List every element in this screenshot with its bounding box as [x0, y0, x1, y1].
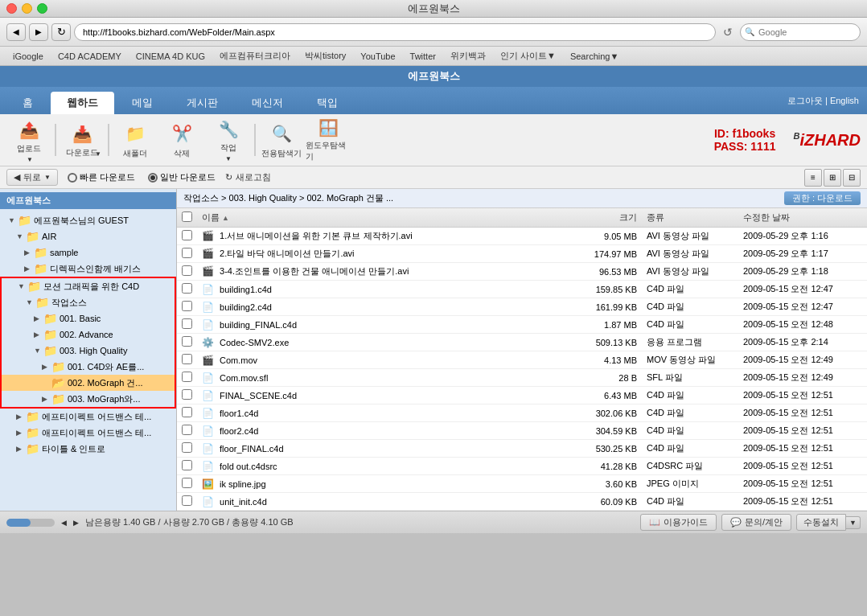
sidebar-item-001-basic[interactable]: ▶ 📁 001. Basic [2, 310, 175, 326]
row-name-cell[interactable]: 📄 unit_init.c4d [197, 493, 545, 511]
manual-install-main[interactable]: 수동설치 [796, 514, 846, 531]
manual-install-button[interactable]: 수동설치 ▼ [796, 514, 861, 531]
quick-download-option[interactable]: 빠른 다운로드 [64, 170, 138, 185]
sidebar-item-titles[interactable]: ▶ 📁 타이틀 & 인트로 [0, 441, 176, 457]
tab-board[interactable]: 게시판 [171, 92, 234, 114]
sidebar-item-motion-graphics[interactable]: ▼ 📁 모션 그래픽을 위한 C4D [2, 278, 175, 294]
bookmark-popular-sites[interactable]: 인기 사이트▼ [494, 48, 562, 64]
bookmark-igoogle[interactable]: iGoogle [6, 50, 50, 63]
sidebar-item-aftereffects-adv2[interactable]: ▶ 📁 애프티이펙트 어드밴스 테... [0, 425, 176, 441]
row-name-cell[interactable]: 📄 floor1.c4d [197, 405, 545, 422]
guide-button[interactable]: 📖 이용가이드 [640, 514, 717, 531]
tab-tab5[interactable]: 택입 [301, 92, 354, 114]
sidebar-item-worksource[interactable]: ▼ 📁 작업소스 [2, 294, 175, 310]
th-date[interactable]: 수정한 날짜 [738, 208, 867, 228]
row-checkbox[interactable] [182, 354, 192, 364]
th-type[interactable]: 종류 [642, 208, 738, 228]
tab-messenger[interactable]: 메신저 [236, 92, 299, 114]
work-dropdown-icon[interactable]: ▼ [225, 155, 232, 162]
url-input[interactable] [74, 23, 716, 41]
download-dropdown-icon[interactable]: ▼ [95, 150, 101, 158]
sidebar-item-001-c4d-ae[interactable]: ▶ 📁 001. C4D와 AE를... [2, 359, 175, 375]
bookmark-c4d-academy[interactable]: C4D ACADEMY [51, 50, 128, 63]
row-checkbox[interactable] [182, 248, 192, 258]
bookmark-wikipedia[interactable]: 위키백과 [444, 48, 492, 64]
bookmark-searching[interactable]: Searching▼ [564, 50, 625, 63]
inquiry-button[interactable]: 💬 문의/계안 [721, 514, 791, 531]
row-name-cell[interactable]: 🎬 Com.mov [197, 351, 545, 369]
row-checkbox[interactable] [182, 230, 192, 240]
row-checkbox[interactable] [182, 478, 192, 488]
sidebar-item-002-advance[interactable]: ▶ 📁 002. Advance [2, 326, 175, 343]
bookmark-tistory[interactable]: 박씨tistory [298, 48, 352, 64]
back-nav-button[interactable]: ◀ [6, 23, 26, 41]
work-button[interactable]: 🔧 작업 ▼ [206, 117, 251, 162]
close-button[interactable] [6, 3, 17, 14]
upload-dropdown-icon[interactable]: ▼ [27, 156, 33, 163]
maximize-button[interactable] [37, 3, 47, 14]
download-button[interactable]: 📥 다운로드 [66, 121, 98, 158]
row-name-cell[interactable]: 📄 building_FINAL.c4d [197, 316, 545, 334]
bookmark-twitter[interactable]: Twitter [404, 50, 442, 63]
tab-webhard[interactable]: 웹하드 [51, 92, 114, 114]
bookmark-youtube[interactable]: YouTube [354, 50, 401, 63]
sidebar-item-dirpix[interactable]: ▶ 📁 디렉픽스인함께 배기스 [0, 261, 176, 277]
row-checkbox[interactable] [182, 372, 192, 382]
row-name-cell[interactable]: 📄 FINAL_SCENE.c4d [197, 387, 545, 405]
row-name-cell[interactable]: 📄 Com.mov.sfl [197, 369, 545, 387]
row-name-cell[interactable]: 📄 building2.c4d [197, 298, 545, 316]
url-refresh-icon[interactable]: ↺ [719, 23, 737, 41]
row-name-cell[interactable]: 📄 floor2.c4d [197, 422, 545, 440]
row-checkbox[interactable] [182, 425, 192, 435]
row-checkbox[interactable] [182, 265, 192, 276]
forward-nav-button[interactable]: ▶ [29, 23, 48, 41]
sidebar-item-003-mograph[interactable]: ▶ 📁 003. MoGraph와... [2, 391, 175, 407]
manual-install-arrow[interactable]: ▼ [846, 516, 861, 529]
row-checkbox[interactable] [182, 336, 192, 347]
th-name[interactable]: 이름 ▲ [197, 208, 545, 228]
back-dropdown-icon[interactable]: ▼ [44, 174, 51, 181]
row-name-cell[interactable]: 🎬 1.서브 애니메이션을 위한 기본 큐브 제작하기.avi [197, 228, 545, 245]
row-name-cell[interactable]: 🖼️ ik spline.jpg [197, 475, 545, 493]
bookmark-cinema4d-kug[interactable]: CINEMA 4D KUG [129, 50, 212, 63]
window-controls[interactable] [6, 3, 47, 14]
th-size[interactable]: 크기 [569, 208, 642, 228]
row-name-cell[interactable]: 🎬 2.타일 바닥 애니메이션 만들기.avi [197, 245, 545, 263]
delete-button[interactable]: ✂️ 삭제 [159, 117, 204, 162]
select-all-checkbox[interactable] [182, 211, 192, 222]
row-name-cell[interactable]: ⚙️ Codec-SMV2.exe [197, 334, 545, 351]
row-checkbox[interactable] [182, 407, 192, 417]
normal-download-radio[interactable] [148, 173, 158, 183]
sidebar-item-002-mograph[interactable]: 📂 002. MoGraph 건... [2, 375, 175, 391]
sidebar-item-aftereffects-adv[interactable]: ▶ 📁 에프티이펙트 어드밴스 테... [0, 409, 176, 425]
tile-view-button[interactable]: ⊟ [843, 169, 861, 187]
expert-search-button[interactable]: 🔍 전용탐색기 [259, 117, 304, 162]
upload-button[interactable]: 📤 업로드 [16, 117, 42, 154]
new-folder-button[interactable]: 📁 새폴더 [113, 117, 158, 162]
row-name-cell[interactable]: 📄 floor_FINAL.c4d [197, 440, 545, 458]
window-search-button[interactable]: 🪟 윈도우탐색기 [306, 117, 351, 162]
row-checkbox[interactable] [182, 389, 192, 400]
row-name-cell[interactable]: 📄 building1.c4d [197, 281, 545, 298]
row-checkbox[interactable] [182, 301, 192, 311]
row-checkbox[interactable] [182, 495, 192, 506]
row-checkbox[interactable] [182, 318, 192, 329]
row-checkbox[interactable] [182, 442, 192, 453]
scroll-right-icon[interactable]: ▶ [73, 519, 79, 527]
tab-home[interactable]: 홈 [6, 92, 49, 114]
sidebar-item-air[interactable]: ▼ 📁 AIR [0, 228, 176, 244]
scroll-left-icon[interactable]: ◀ [61, 519, 67, 527]
tab-mail[interactable]: 메일 [116, 92, 169, 114]
search-input[interactable] [740, 23, 861, 41]
normal-download-option[interactable]: 일반 다운로드 [145, 170, 219, 185]
row-checkbox[interactable] [182, 460, 192, 470]
sidebar-item-sample[interactable]: ▶ 📁 sample [0, 244, 176, 261]
row-name-cell[interactable]: 🎬 3-4.조인트를 이용한 건물 애니메이션 만들기.avi [197, 263, 545, 281]
refresh-button[interactable]: ↻ 새로고침 [225, 171, 271, 183]
sidebar-item-003-high-quality[interactable]: ▼ 📁 003. High Quality [2, 343, 175, 359]
row-checkbox[interactable] [182, 283, 192, 294]
reload-nav-button[interactable]: ↻ [51, 23, 71, 41]
quick-download-radio[interactable] [68, 173, 77, 183]
back-button[interactable]: ◀ 뒤로 ▼ [6, 169, 58, 186]
minimize-button[interactable] [22, 3, 32, 14]
